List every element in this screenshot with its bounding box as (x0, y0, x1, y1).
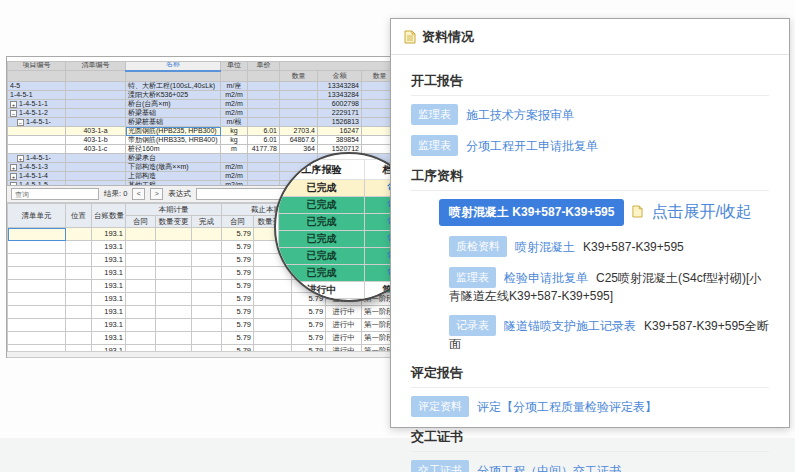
row-list-no-cell (66, 172, 126, 181)
row-amount-cell: 16247 (318, 127, 362, 136)
measure-period-done-cell (192, 280, 222, 293)
expand-toggle-icon[interactable]: − (10, 110, 17, 117)
measure-cum-change-cell (254, 319, 292, 332)
measure-cum-contract-cell: 5.79 (222, 280, 254, 293)
col-header-name[interactable]: 名称 (126, 62, 221, 71)
item-link[interactable]: 检验申请批复单 (504, 271, 588, 285)
row-qty-cell: 2703.4 (280, 127, 318, 136)
row-list-no-cell (66, 91, 126, 100)
document-item-row: 记录表隧道锚喷支护施工记录表K39+587-K39+595全断面 (449, 315, 769, 353)
col-blank (248, 71, 280, 82)
measure-period-change-cell (156, 306, 192, 319)
measure-pos-cell (66, 228, 92, 241)
expand-collapse-link[interactable]: 点击展开/收起 (651, 202, 751, 223)
measure-period-contract-cell (126, 254, 156, 267)
measure-period-done-cell (192, 267, 222, 280)
measure-pos-cell (66, 241, 92, 254)
measure-cum-done-cell: 5.79 (292, 332, 326, 345)
row-unit-cell: m2/m (221, 163, 248, 172)
measure-period-contract-cell (126, 280, 156, 293)
row-list-no-cell (66, 163, 126, 172)
row-price-cell: 4177.78 (248, 145, 280, 154)
row-list-no-cell (66, 154, 126, 163)
row-name-cell: 桥梁基础 (126, 109, 221, 118)
row-list-no-cell (66, 109, 126, 118)
measure-cum-contract-cell: 5.79 (222, 332, 254, 345)
document-item-row: 质检资料喷射混凝土K39+587-K39+595 (449, 236, 769, 257)
measure-period-change-cell (156, 293, 192, 306)
row-price-cell: 6.01 (248, 127, 280, 136)
item-link[interactable]: 分项工程开工申请批复单 (466, 139, 598, 153)
row-price-cell (248, 154, 280, 163)
row-list-no-cell (66, 118, 126, 127)
item-link[interactable]: 施工技术方案报审单 (466, 108, 574, 122)
measure-cum-contract-cell: 5.79 (222, 267, 254, 280)
item-link[interactable]: 评定【分项工程质量检验评定表】 (477, 400, 657, 414)
row-price-cell (248, 100, 280, 109)
measure-cum-change-cell (254, 293, 292, 306)
measure-cum-contract-cell: 5.79 (222, 241, 254, 254)
search-input[interactable] (11, 188, 99, 200)
expand-toggle-icon[interactable]: + (17, 155, 24, 162)
row-amount-cell: 13343284 (318, 82, 362, 91)
row-code-cell: +1-4-5-1- (8, 154, 66, 163)
row-name-cell: 溧阳大桥K536+025 (126, 91, 221, 100)
measure-ledger-cell: 193.1 (92, 241, 126, 254)
expand-toggle-icon[interactable]: − (17, 119, 24, 126)
row-code-cell: 1-4-5-1 (8, 91, 66, 100)
expand-toggle-icon[interactable]: + (10, 164, 17, 171)
expand-toggle-icon[interactable]: + (10, 101, 17, 108)
measure-period-change-cell (156, 267, 192, 280)
measure-period-contract-cell (126, 228, 156, 241)
item-text: K39+587-K39+595 (583, 240, 684, 254)
measure-cum-change-cell (254, 280, 292, 293)
item-link[interactable]: 隧道锚喷支护施工记录表 (504, 319, 636, 333)
row-qty-cell: 64867.6 (280, 136, 318, 145)
col-header-list-unit[interactable]: 清单单元 (8, 204, 66, 228)
item-tag-badge: 监理表 (411, 104, 458, 125)
next-result-button[interactable]: > (150, 188, 163, 200)
measure-unit-cell (8, 332, 66, 345)
section-title: 工序资料 (411, 167, 769, 185)
section-title: 开工报告 (411, 72, 769, 90)
col-header-unit: 单位 (221, 62, 248, 71)
row-name-cell: 带肋钢筋(HRB335, HRB400) (126, 136, 221, 145)
doc-toggle-icon (632, 204, 643, 222)
measure-unit-cell (8, 306, 66, 319)
row-code-cell (8, 136, 66, 145)
row-price-cell (248, 82, 280, 91)
row-list-no-cell: 403-1-a (66, 127, 126, 136)
section-divider (411, 95, 769, 96)
process-status-cell: 进行中 (326, 306, 362, 319)
results-label: 结果: 0 (104, 189, 127, 199)
panel-title: 资料情况 (422, 28, 474, 46)
measure-period-done-cell (192, 306, 222, 319)
measure-period-change-cell (156, 319, 192, 332)
measure-period-contract-cell (126, 306, 156, 319)
expand-toggle-icon[interactable]: + (10, 173, 17, 180)
measure-period-change-cell (156, 254, 192, 267)
row-code-cell (8, 127, 66, 136)
document-item-row: 监理表检验申请批复单C25喷射混凝土(S4cf型衬砌)[小青隧道左线K39+58… (449, 267, 769, 305)
process-status-cell: 进行中 (326, 319, 362, 332)
item-link[interactable]: 分项工程（中间）交工证书 (477, 464, 621, 472)
measure-unit-cell (8, 319, 66, 332)
panel-header: 资料情况 (391, 19, 789, 55)
process-item-button[interactable]: 喷射混凝土 K39+587-K39+595 (439, 199, 624, 226)
col-blank (221, 71, 248, 82)
row-list-no-cell (66, 82, 126, 91)
row-amount-cell: 2229171 (318, 109, 362, 118)
measure-pos-cell (66, 293, 92, 306)
measure-ledger-cell: 193.1 (92, 332, 126, 345)
row-code-cell: +1-4-5-1-4 (8, 172, 66, 181)
prev-result-button[interactable]: < (132, 188, 145, 200)
col-header-amt1: 金额 (318, 71, 362, 82)
measure-ledger-cell: 193.1 (92, 267, 126, 280)
row-unit-cell: m/根 (221, 118, 248, 127)
row-code-cell: −1-4-5-1- (8, 118, 66, 127)
item-link[interactable]: 喷射混凝土 (515, 240, 575, 254)
measure-ledger-cell: 193.1 (92, 293, 126, 306)
measure-cum-change-cell (254, 332, 292, 345)
item-tag-badge: 监理表 (449, 267, 496, 288)
row-qty-cell (280, 100, 318, 109)
